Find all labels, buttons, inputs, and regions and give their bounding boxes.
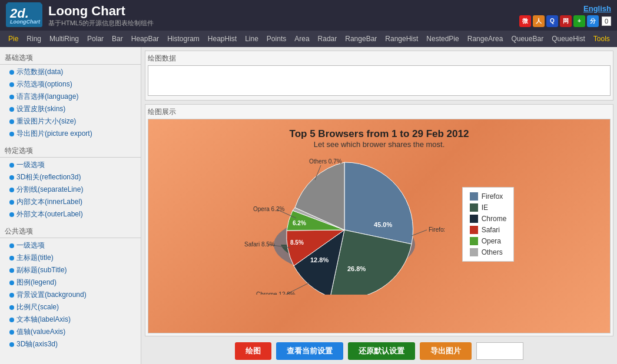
svg-text:26.8%: 26.8% — [347, 265, 366, 272]
legend: Firefox IE Chrome Safari — [462, 187, 515, 262]
nav-ring[interactable]: Ring — [23, 33, 45, 45]
reset-button[interactable]: 还原默认设置 — [348, 342, 415, 360]
logo-box: 2d. LoongChart — [6, 4, 42, 27]
legend-label-opera: Opera — [482, 237, 501, 245]
sidebar-item-common-level1[interactable]: 一级选项 — [0, 239, 141, 252]
main: 基础选项 示范数据(data) 示范选项(options) 语言选择(langu… — [0, 47, 617, 364]
sidebar-item-data[interactable]: 示范数据(data) — [0, 66, 141, 78]
chart-section: 绘图展示 Top 5 Browsers from 1 to 29 Feb 201… — [145, 104, 613, 336]
pie-wrapper: 45.0% 26.8% 12.8% 8.5% 6.2% Firefox 45.0… — [244, 153, 444, 295]
nav-polar[interactable]: Polar — [84, 33, 107, 45]
bottom-bar: 绘图 查看当前设置 还原默认设置 导出图片 — [141, 338, 617, 364]
svg-text:Chrome 12.8%: Chrome 12.8% — [256, 291, 296, 295]
svg-line-9 — [412, 230, 427, 236]
sidebar-item-background[interactable]: 背景设置(background) — [0, 289, 141, 301]
app-subtitle: 基于HTML5的开源信息图表绘制组件 — [48, 19, 154, 28]
sidebar-item-size[interactable]: 重设图片大小(size) — [0, 115, 141, 128]
nav-area[interactable]: Area — [291, 33, 313, 45]
chart-subtitle: Let see which brower shares the most. — [314, 140, 445, 149]
sidebar-item-language[interactable]: 语言选择(language) — [0, 91, 141, 103]
sidebar-item-innerlabel[interactable]: 内部文本(innerLabel) — [0, 196, 141, 208]
nav-radar[interactable]: Radar — [314, 33, 341, 45]
svg-text:Firefox 45.0%: Firefox 45.0% — [429, 226, 444, 233]
sidebar-item-axis3d[interactable]: 3D轴(axis3d) — [0, 338, 141, 350]
chart-section-title: 绘图展示 — [148, 107, 611, 117]
legend-color-safari — [470, 226, 478, 234]
social-icon-weibo[interactable]: 微 — [519, 15, 531, 27]
svg-text:LoongChart: LoongChart — [10, 19, 41, 25]
nav-queuehist[interactable]: QueueHist — [548, 33, 589, 45]
sidebar-item-scale[interactable]: 比例尺(scale) — [0, 301, 141, 313]
header: 2d. LoongChart Loong Chart 基于HTML5的开源信息图… — [0, 0, 617, 31]
app-title: Loong Chart — [48, 4, 154, 19]
sidebar-item-valueaxis[interactable]: 值轴(valueAxis) — [0, 326, 141, 338]
section-basic-title: 基础选项 — [0, 51, 141, 65]
legend-item-chrome: Chrome — [470, 215, 507, 223]
nav-bar[interactable]: Bar — [108, 33, 127, 45]
nav-rangebar[interactable]: RangeBar — [341, 33, 380, 45]
svg-text:6.2%: 6.2% — [293, 220, 306, 226]
legend-label-safari: Safari — [482, 226, 500, 234]
nav-line[interactable]: Line — [241, 33, 262, 45]
legend-item-opera: Opera — [470, 237, 507, 245]
section-common-title: 公共选项 — [0, 224, 141, 238]
social-icon-renren[interactable]: 人 — [533, 15, 545, 27]
svg-text:Opera 6.2%: Opera 6.2% — [253, 206, 284, 212]
nav-queuebar[interactable]: QueueBar — [507, 33, 547, 45]
sidebar-item-skins[interactable]: 设置皮肤(skins) — [0, 103, 141, 115]
legend-color-ie — [470, 203, 478, 212]
legend-label-others: Others — [482, 248, 503, 256]
chart-title: Top 5 Browsers from 1 to 29 Feb 2012 — [290, 128, 469, 140]
data-section: 绘图数据 — [145, 51, 613, 101]
nav-histogram[interactable]: Histogram — [164, 33, 203, 45]
nav-nestedpie[interactable]: NestedPie — [423, 33, 462, 45]
sidebar-item-3d[interactable]: 3D相关(reflection3d) — [0, 171, 141, 183]
svg-text:8.5%: 8.5% — [290, 239, 304, 246]
chart-container: Top 5 Browsers from 1 to 29 Feb 2012 Let… — [148, 119, 611, 333]
legend-color-firefox — [470, 192, 478, 201]
svg-text:Safari 8.5%: Safari 8.5% — [244, 241, 275, 248]
social-icon-share[interactable]: 分 — [587, 15, 599, 27]
sidebar-item-labelaxis[interactable]: 文本轴(labelAxis) — [0, 313, 141, 326]
extra-input[interactable] — [476, 342, 523, 360]
nav-multiring[interactable]: MultiRing — [46, 33, 82, 45]
sidebar-item-outerlabel[interactable]: 外部文本(outerLabel) — [0, 208, 141, 221]
legend-label-firefox: Firefox — [482, 192, 503, 201]
nav-tools[interactable]: Tools — [590, 33, 613, 45]
nav-heapbar[interactable]: HeapBar — [128, 33, 162, 45]
legend-color-opera — [470, 237, 478, 245]
nav-points[interactable]: Points — [263, 33, 290, 45]
title-area: Loong Chart 基于HTML5的开源信息图表绘制组件 — [48, 4, 154, 28]
language-link[interactable]: English — [583, 4, 611, 13]
logo-area: 2d. LoongChart Loong Chart 基于HTML5的开源信息图… — [6, 4, 154, 28]
sidebar-item-subtitle[interactable]: 副标题(subTitle) — [0, 264, 141, 276]
legend-item-ie: IE — [470, 203, 507, 212]
nav-pie[interactable]: Pie — [5, 33, 22, 45]
svg-text:Others 0.7%: Others 0.7% — [309, 158, 342, 165]
export-button[interactable]: 导出图片 — [420, 342, 472, 360]
social-icon-163[interactable]: 网 — [560, 15, 572, 27]
logo-icon: 2d. LoongChart — [7, 2, 41, 28]
right-panel: 绘图数据 绘图展示 Top 5 Browsers from 1 to 29 Fe… — [141, 47, 617, 364]
view-settings-button[interactable]: 查看当前设置 — [276, 342, 343, 360]
chart-inner: 45.0% 26.8% 12.8% 8.5% 6.2% Firefox 45.0… — [157, 153, 601, 295]
share-count: 0 — [602, 16, 611, 26]
sidebar-item-title[interactable]: 主标题(title) — [0, 252, 141, 264]
social-icon-qq[interactable]: Q — [546, 15, 558, 27]
svg-text:12.8%: 12.8% — [310, 256, 329, 263]
nav-rangehist[interactable]: RangeHist — [382, 33, 422, 45]
sidebar-item-level1[interactable]: 一级选项 — [0, 159, 141, 171]
sidebar-item-export[interactable]: 导出图片(picture export) — [0, 128, 141, 140]
sidebar-item-options[interactable]: 示范选项(options) — [0, 78, 141, 91]
nav-rangearea[interactable]: RangeArea — [464, 33, 507, 45]
sidebar-item-legend[interactable]: 图例(legend) — [0, 276, 141, 289]
legend-item-firefox: Firefox — [470, 192, 507, 201]
sidebar-item-separateline[interactable]: 分割线(separateLine) — [0, 183, 141, 196]
nav-heaphist[interactable]: HeapHist — [204, 33, 240, 45]
legend-label-ie: IE — [482, 203, 488, 212]
data-section-title: 绘图数据 — [148, 54, 611, 64]
data-textarea[interactable] — [148, 65, 611, 96]
social-icon-plus[interactable]: + — [573, 15, 585, 27]
draw-button[interactable]: 绘图 — [235, 342, 271, 360]
social-icons: 微 人 Q 网 + 分 0 — [519, 15, 611, 27]
